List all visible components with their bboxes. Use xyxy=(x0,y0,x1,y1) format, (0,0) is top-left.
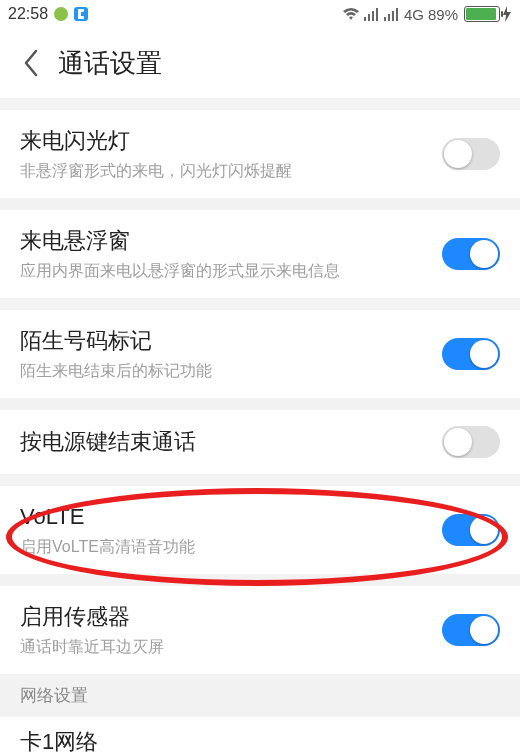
section-gap xyxy=(0,398,520,410)
toggle-sensor[interactable] xyxy=(442,614,500,646)
svg-rect-4 xyxy=(384,17,386,21)
app-indicator-2-icon xyxy=(74,7,88,21)
setting-desc: 通话时靠近耳边灭屏 xyxy=(20,636,442,658)
setting-label: 陌生号码标记 xyxy=(20,326,442,356)
section-gap xyxy=(0,574,520,586)
setting-text: 按电源键结束通话 xyxy=(20,427,442,457)
svg-rect-2 xyxy=(372,11,374,21)
svg-rect-6 xyxy=(392,11,394,21)
setting-card1-network[interactable]: 卡1网络 xyxy=(0,717,520,753)
toggle-incoming-flash[interactable] xyxy=(442,138,500,170)
toggle-stranger-mark[interactable] xyxy=(442,338,500,370)
setting-label: 来电悬浮窗 xyxy=(20,226,442,256)
svg-rect-5 xyxy=(388,14,390,21)
setting-desc: 应用内界面来电以悬浮窗的形式显示来电信息 xyxy=(20,260,442,282)
svg-rect-7 xyxy=(396,8,398,21)
status-right: 4G 89% xyxy=(342,6,512,23)
status-left: 22:58 xyxy=(8,5,88,23)
section-header-network: 网络设置 xyxy=(0,674,520,717)
setting-desc: 陌生来电结束后的标记功能 xyxy=(20,360,442,382)
status-bar: 22:58 4G 89% xyxy=(0,0,520,28)
svg-rect-1 xyxy=(368,14,370,21)
svg-rect-3 xyxy=(376,8,378,21)
screen: 22:58 4G 89% 通话设置 xyxy=(0,0,520,753)
battery-pct: 89% xyxy=(428,6,458,23)
section-gap xyxy=(0,298,520,310)
app-indicator-1-icon xyxy=(54,7,68,21)
setting-label: 来电闪光灯 xyxy=(20,126,442,156)
setting-label: 卡1网络 xyxy=(20,727,500,753)
setting-text: 启用传感器 通话时靠近耳边灭屏 xyxy=(20,602,442,658)
network-label: 4G xyxy=(404,6,424,23)
back-button[interactable] xyxy=(16,48,46,78)
setting-label: VoLTE xyxy=(20,502,442,532)
page-title: 通话设置 xyxy=(58,46,162,81)
section-gap xyxy=(0,474,520,486)
setting-text: 来电悬浮窗 应用内界面来电以悬浮窗的形式显示来电信息 xyxy=(20,226,442,282)
setting-stranger-mark[interactable]: 陌生号码标记 陌生来电结束后的标记功能 xyxy=(0,310,520,398)
section-gap xyxy=(0,198,520,210)
setting-desc: 非悬浮窗形式的来电，闪光灯闪烁提醒 xyxy=(20,160,442,182)
setting-float-window[interactable]: 来电悬浮窗 应用内界面来电以悬浮窗的形式显示来电信息 xyxy=(0,210,520,298)
section-gap xyxy=(0,98,520,110)
toggle-power-end-call[interactable] xyxy=(442,426,500,458)
status-time: 22:58 xyxy=(8,5,48,23)
setting-sensor[interactable]: 启用传感器 通话时靠近耳边灭屏 xyxy=(0,586,520,674)
setting-volte[interactable]: VoLTE 启用VoLTE高清语音功能 xyxy=(0,486,520,574)
setting-text: 陌生号码标记 陌生来电结束后的标记功能 xyxy=(20,326,442,382)
back-icon xyxy=(22,49,40,77)
signal-1-icon xyxy=(364,7,380,21)
setting-label: 按电源键结束通话 xyxy=(20,427,442,457)
svg-rect-0 xyxy=(364,17,366,21)
toggle-volte[interactable] xyxy=(442,514,500,546)
battery-icon xyxy=(464,6,500,22)
charging-icon xyxy=(502,6,512,22)
setting-text: 来电闪光灯 非悬浮窗形式的来电，闪光灯闪烁提醒 xyxy=(20,126,442,182)
toggle-float-window[interactable] xyxy=(442,238,500,270)
setting-text: 卡1网络 xyxy=(20,727,500,753)
setting-desc: 启用VoLTE高清语音功能 xyxy=(20,536,442,558)
header: 通话设置 xyxy=(0,28,520,98)
setting-label: 启用传感器 xyxy=(20,602,442,632)
setting-text: VoLTE 启用VoLTE高清语音功能 xyxy=(20,502,442,558)
wifi-icon xyxy=(342,7,360,21)
signal-2-icon xyxy=(384,7,400,21)
setting-power-end-call[interactable]: 按电源键结束通话 xyxy=(0,410,520,474)
setting-incoming-flash[interactable]: 来电闪光灯 非悬浮窗形式的来电，闪光灯闪烁提醒 xyxy=(0,110,520,198)
